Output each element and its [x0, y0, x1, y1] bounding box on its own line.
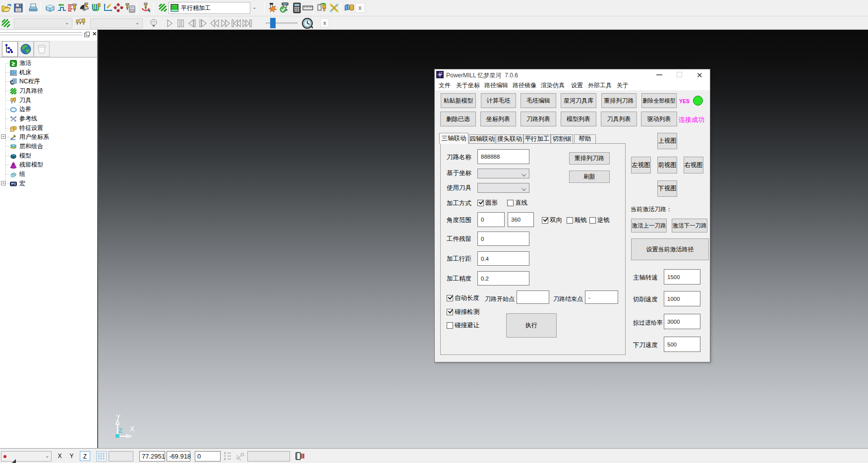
svg-text:Z: Z [118, 427, 122, 434]
svg-text:Z: Z [224, 458, 226, 461]
